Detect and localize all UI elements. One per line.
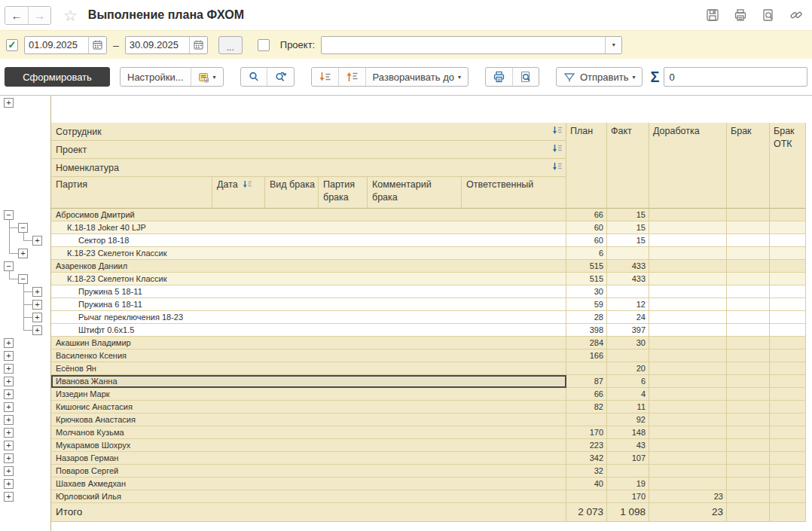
cell-rework[interactable] [649,285,727,298]
cell-rework[interactable] [649,375,727,388]
settings-button[interactable]: Настройки... [121,68,191,86]
table-row[interactable]: −К.18-18 Joker 40 LJP6015 [0,221,812,234]
cell-brak_otk[interactable] [770,221,806,234]
table-row[interactable]: +Шахаев Ахмедхан4019 [0,478,812,490]
preview-button[interactable] [512,68,539,86]
cell-fact[interactable]: 24 [607,311,649,324]
expand-icon[interactable]: + [4,492,14,502]
cell-brak[interactable] [727,478,770,490]
cell-rework[interactable] [649,234,727,247]
cell-fact[interactable]: 92 [607,414,649,426]
cell-brak[interactable] [727,337,770,349]
row-label[interactable]: К.18-18 Joker 40 LJP [51,221,566,234]
generate-button[interactable]: Сформировать [5,67,110,87]
cell-fact[interactable]: 15 [607,209,649,221]
table-row[interactable]: +Сектор 18-186015 [0,234,812,247]
cell-fact[interactable]: 433 [607,273,649,285]
table-row[interactable]: +К.18-23 Скелетон Классик6 [0,247,812,260]
cell-plan[interactable]: 170 [566,426,607,439]
expand-icon[interactable]: + [4,479,14,489]
expand-icon[interactable]: + [4,466,14,476]
sort-desc-icon[interactable] [552,144,563,156]
cell-plan[interactable]: 166 [566,349,607,362]
cell-brak_otk[interactable] [770,375,806,388]
table-row[interactable]: +Поваров Сергей32 [0,465,812,478]
cell-brak_otk[interactable] [770,388,806,401]
expand-icon[interactable]: + [4,453,14,463]
report-variants-button[interactable]: ▾ [191,68,223,86]
cell-rework[interactable]: 23 [649,490,727,503]
table-row[interactable]: +Акашкин Владимир28430 [0,337,812,349]
sort-desc-icon[interactable] [552,162,563,174]
back-button[interactable]: ← [5,7,28,24]
send-button[interactable]: Отправить ▾ [557,68,642,86]
expand-icon[interactable]: + [18,249,28,258]
project-dropdown-button[interactable]: ▾ [605,37,621,53]
header-rework[interactable]: Доработка [649,123,727,209]
cell-brak_otk[interactable] [770,285,806,298]
table-row[interactable]: +Рычаг переключения 18-232824 [0,311,812,324]
header-plan[interactable]: План [566,123,607,209]
collapse-icon[interactable]: − [18,223,28,233]
row-label[interactable]: Крючкова Анастасия [51,414,566,426]
cell-brak[interactable] [727,311,770,324]
expand-icon[interactable]: + [4,98,14,108]
table-row[interactable]: +Пружина 6 18-115912 [0,298,812,311]
header-defect-kind[interactable]: Вид брака [265,177,319,208]
cell-fact[interactable] [607,247,649,260]
expand-icon[interactable]: + [4,402,14,412]
cell-brak_otk[interactable] [770,490,806,503]
cell-plan[interactable] [566,414,607,426]
table-row[interactable]: +Назаров Герман342107 [0,452,812,465]
cell-rework[interactable] [649,260,727,273]
expand-icon[interactable]: + [32,236,42,246]
cell-brak_otk[interactable] [770,324,806,337]
cell-brak_otk[interactable] [770,465,806,478]
cell-fact[interactable]: 20 [607,362,649,375]
row-label[interactable]: Молчанов Кузьма [51,426,566,439]
cell-brak[interactable] [727,452,770,465]
cell-rework[interactable] [649,465,727,478]
cell-brak[interactable] [727,234,770,247]
expand-icon[interactable]: + [4,351,14,361]
cell-brak[interactable] [727,426,770,439]
table-row[interactable]: +Кишонис Анастасия8211 [0,401,812,414]
cell-fact[interactable]: 43 [607,439,649,452]
cell-brak_otk[interactable] [770,478,806,490]
collapse-icon[interactable]: − [4,210,14,220]
cell-fact[interactable]: 433 [607,260,649,273]
cell-brak[interactable] [727,362,770,375]
table-row[interactable]: +Штифт 0.6х1.5398397 [0,324,812,337]
table-row[interactable]: +Юрловский Илья17023 [0,490,812,503]
cell-brak_otk[interactable] [770,426,806,439]
search-next-button[interactable] [267,68,294,86]
cell-brak_otk[interactable] [770,273,806,285]
cell-fact[interactable]: 15 [607,221,649,234]
header-batch[interactable]: Партия [51,177,212,208]
cell-brak[interactable] [727,285,770,298]
period-more-button[interactable]: ... [218,36,243,54]
header-employee[interactable]: Сотрудник [51,123,566,141]
cell-brak_otk[interactable] [770,311,806,324]
cell-fact[interactable]: 6 [607,375,649,388]
cell-rework[interactable] [649,298,727,311]
cell-brak_otk[interactable] [770,234,806,247]
cell-rework[interactable] [649,414,727,426]
row-label[interactable]: Мукарамов Шохрух [51,439,566,452]
cell-brak[interactable] [727,490,770,503]
cell-rework[interactable] [649,401,727,414]
cell-rework[interactable] [649,478,727,490]
cell-fact[interactable]: 11 [607,401,649,414]
row-label[interactable]: Шахаев Ахмедхан [51,478,566,490]
header-defect[interactable]: Брак [727,123,770,209]
expand-icon[interactable]: + [32,300,42,310]
cell-rework[interactable] [649,452,727,465]
expand-rows-button[interactable] [312,68,338,86]
row-label[interactable]: Штифт 0.6х1.5 [51,324,566,337]
cell-fact[interactable]: 30 [607,337,649,349]
collapse-icon[interactable]: − [4,261,14,271]
cell-fact[interactable]: 397 [607,324,649,337]
date-to-input[interactable] [126,37,189,53]
cell-plan[interactable]: 40 [566,478,607,490]
cell-plan[interactable]: 82 [566,401,607,414]
